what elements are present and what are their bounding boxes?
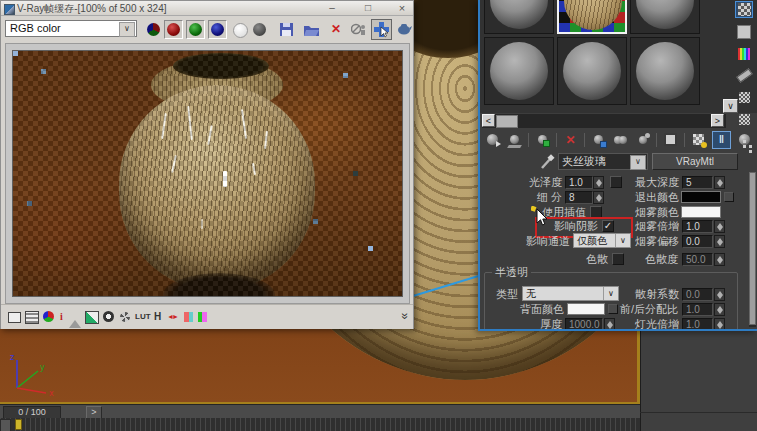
time-slider-thumb[interactable]	[15, 419, 22, 430]
get-material-icon[interactable]	[484, 132, 501, 148]
material-type-button[interactable]: VRayMtl	[652, 153, 738, 170]
clear-image-icon[interactable]: ✕	[331, 22, 341, 36]
green-channel-icon[interactable]	[186, 20, 205, 39]
put-to-scene-icon[interactable]	[506, 132, 523, 148]
thickness-input[interactable]: 1000.0	[565, 318, 603, 329]
close-button[interactable]: ×	[395, 2, 409, 15]
render-last-icon[interactable]	[396, 22, 412, 35]
abbe-input[interactable]: 50.0	[682, 253, 713, 266]
pick-material-eyedropper-icon[interactable]	[540, 154, 555, 170]
fog-bias-input[interactable]: 0.0	[682, 235, 713, 248]
max-depth-spinner[interactable]	[714, 176, 725, 189]
histogram-icon[interactable]	[25, 311, 39, 324]
light-mult-input[interactable]: 1.0	[682, 318, 713, 329]
color-sphere-icon[interactable]	[43, 311, 54, 322]
save-image-icon[interactable]	[280, 23, 293, 36]
material-slot[interactable]	[557, 37, 627, 105]
levels-icon[interactable]	[69, 314, 81, 328]
show-map-in-viewport-icon[interactable]	[690, 132, 707, 148]
scroll-thumb[interactable]	[496, 115, 518, 128]
background-checker-icon[interactable]	[736, 2, 752, 17]
copy-material-icon[interactable]	[590, 132, 607, 148]
rgb-channels-icon[interactable]	[147, 23, 160, 36]
make-preview-icon[interactable]	[736, 68, 752, 83]
fog-mult-spinner[interactable]	[714, 220, 725, 233]
vfb-title-bar[interactable]: V-Ray帧缓存-[100% of 500 x 324] – □ ×	[1, 1, 413, 16]
load-image-icon[interactable]	[304, 23, 319, 36]
glossiness-spinner[interactable]	[593, 176, 604, 189]
thickness-spinner[interactable]	[604, 318, 615, 329]
minimize-button[interactable]: –	[325, 2, 339, 15]
material-slot[interactable]	[630, 37, 700, 105]
time-slider[interactable]: 0 / 100 >	[0, 404, 640, 418]
curves-icon[interactable]	[85, 311, 99, 324]
backlight-icon[interactable]	[736, 24, 752, 39]
track-bar[interactable]	[0, 418, 640, 431]
fog-color-swatch[interactable]	[681, 206, 721, 218]
compare-arrows-icon[interactable]: ◄►	[167, 310, 177, 323]
light-mult-spinner[interactable]	[714, 318, 725, 329]
scatter-input[interactable]: 0.0	[682, 288, 713, 301]
h-icon[interactable]: H	[154, 310, 161, 323]
scroll-right-button[interactable]: >	[711, 114, 724, 127]
duplicate-window-icon[interactable]	[8, 312, 21, 323]
chevron-down-icon[interactable]: ∨	[630, 155, 646, 170]
monochrome-icon[interactable]	[253, 23, 266, 36]
video-color-check-icon[interactable]	[736, 46, 752, 61]
trackbar-left-handle[interactable]	[0, 419, 11, 431]
abbe-spinner[interactable]	[714, 253, 725, 266]
blue-channel-icon[interactable]	[208, 20, 227, 39]
delete-material-icon[interactable]: ✕	[562, 132, 579, 148]
parameters-scrollbar[interactable]	[749, 172, 756, 327]
swatch-a-icon[interactable]	[184, 312, 193, 322]
lut-icon[interactable]: LUT	[135, 310, 151, 323]
info-icon[interactable]: i	[60, 310, 63, 323]
channel-select[interactable]: RGB color ∨	[5, 20, 137, 37]
material-slot[interactable]	[630, 0, 700, 34]
region-render-icon[interactable]	[351, 22, 367, 36]
max-depth-input[interactable]: 5	[682, 176, 713, 189]
glossiness-input[interactable]: 1.0	[565, 176, 593, 189]
material-map-navigator-icon[interactable]	[736, 134, 752, 149]
scatter-spinner[interactable]	[714, 288, 725, 301]
back-color-map-button[interactable]	[608, 304, 618, 314]
fog-mult-input[interactable]: 1.0	[682, 220, 713, 233]
put-to-library-icon[interactable]	[612, 132, 629, 148]
translucency-type-dropdown[interactable]: 无 ∨	[522, 286, 619, 301]
material-id-icon[interactable]	[662, 132, 679, 148]
affect-channels-dropdown[interactable]: 仅颜色 ∨	[573, 233, 631, 248]
dispersion-checkbox[interactable]	[612, 253, 624, 265]
slots-horizontal-scrollbar[interactable]: < >	[482, 114, 726, 128]
options-icon[interactable]	[736, 90, 752, 105]
material-slot[interactable]	[484, 0, 554, 34]
red-channel-icon[interactable]	[164, 20, 183, 39]
fwd-back-spinner[interactable]	[714, 303, 725, 316]
fwd-back-input[interactable]: 1.0	[682, 303, 713, 316]
back-color-swatch[interactable]	[567, 303, 605, 315]
stamp-icon[interactable]	[120, 312, 130, 322]
chevron-down-icon[interactable]: ∨	[119, 22, 135, 37]
alpha-channel-icon[interactable]	[233, 23, 248, 38]
scatter-label: 散射系数	[635, 288, 678, 301]
scroll-left-button[interactable]: <	[482, 114, 495, 127]
maximize-button[interactable]: □	[361, 2, 375, 15]
subdivs-spinner[interactable]	[593, 191, 604, 204]
material-slot[interactable]	[484, 37, 554, 105]
assign-to-selection-icon[interactable]	[534, 132, 551, 148]
select-by-material-icon[interactable]	[736, 112, 752, 127]
exit-color-swatch[interactable]	[681, 191, 721, 203]
material-name-field[interactable]: 夹丝玻璃 ∨	[558, 153, 648, 170]
subdivs-input[interactable]: 8	[565, 191, 593, 204]
gear-icon[interactable]	[103, 311, 114, 322]
fog-bias-spinner[interactable]	[714, 235, 725, 248]
render-image[interactable]	[12, 50, 403, 297]
track-mouse-icon[interactable]	[371, 19, 392, 40]
affect-shadows-checkbox[interactable]: ✓	[602, 220, 614, 232]
material-effects-icon[interactable]	[634, 132, 651, 148]
material-slot-selected[interactable]	[557, 0, 627, 34]
collapse-toolbar-icon[interactable]: »	[399, 313, 413, 320]
show-end-result-icon[interactable]: ‖	[712, 131, 731, 149]
exit-color-map-button[interactable]	[724, 192, 734, 202]
glossiness-lock-checkbox[interactable]	[610, 176, 622, 188]
swatch-b-icon[interactable]	[198, 312, 207, 322]
